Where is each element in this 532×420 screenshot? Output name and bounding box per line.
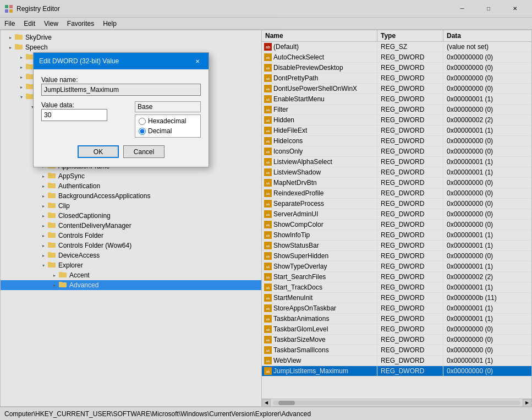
registry-row[interactable]: abJumpListItems_MaximumREG_DWORD0x000000…: [262, 366, 531, 377]
tree-item[interactable]: ▸ DeviceAccess: [1, 250, 261, 260]
tree-item[interactable]: ▸ Advanced: [1, 280, 261, 290]
tree-item[interactable]: ▸ SkyDrive: [1, 32, 261, 42]
registry-row[interactable]: abEnableStartMenuREG_DWORD0x00000001 (1): [262, 94, 531, 105]
registry-row[interactable]: abStoreAppsOnTaskbarREG_DWORD0x00000001 …: [262, 303, 531, 314]
tree-expand-icon[interactable]: ▸: [39, 182, 48, 190]
registry-row[interactable]: ab(Default)REG_SZ(value not set): [262, 42, 531, 52]
tree-item[interactable]: ▸ Accent: [1, 270, 261, 280]
tree-expand-icon[interactable]: ▸: [17, 53, 26, 62]
hexadecimal-radio[interactable]: [139, 118, 146, 125]
registry-row[interactable]: abServerAdminUIREG_DWORD0x00000000 (0): [262, 209, 531, 220]
svg-text:ab: ab: [266, 265, 270, 269]
tree-item[interactable]: ▸ ClosedCaptioning: [1, 211, 261, 221]
tree-item[interactable]: ▸ Speech: [1, 42, 261, 52]
registry-row[interactable]: abReindexedProfileREG_DWORD0x00000000 (0…: [262, 188, 531, 199]
reg-type-cell: REG_DWORD: [377, 356, 443, 366]
value-data-input[interactable]: [41, 109, 107, 121]
tree-expand-icon[interactable]: ▸: [39, 201, 48, 210]
tree-expand-icon[interactable]: ▸: [50, 281, 59, 290]
reg-data-cell: 0x00000000 (0): [443, 136, 531, 146]
tree-expand-icon[interactable]: ▸: [6, 43, 15, 52]
minimize-button[interactable]: ─: [449, 0, 475, 18]
registry-row[interactable]: abStart_SearchFilesREG_DWORD0x00000002 (…: [262, 272, 531, 282]
decimal-radio[interactable]: [139, 128, 146, 135]
menu-item-edit[interactable]: Edit: [19, 19, 40, 29]
reg-name-cell: abStart_TrackDocs: [262, 282, 377, 292]
registry-row[interactable]: abAutoCheckSelectREG_DWORD0x00000000 (0): [262, 52, 531, 63]
tree-expand-icon[interactable]: ▸: [17, 73, 26, 81]
scrollbar-thumb[interactable]: [278, 401, 295, 405]
close-button[interactable]: ✕: [502, 0, 528, 18]
registry-row[interactable]: abTaskbarSmallIconsREG_DWORD0x00000000 (…: [262, 345, 531, 356]
registry-row[interactable]: abDontPrettyPathREG_DWORD0x00000000 (0): [262, 73, 531, 84]
scrollbar-track[interactable]: [273, 401, 520, 405]
tree-item[interactable]: ▸ Controls Folder (Wow64): [1, 241, 261, 250]
tree-expand-icon[interactable]: ▸: [50, 271, 59, 280]
reg-data-cell: (value not set): [443, 42, 531, 52]
registry-list[interactable]: ab(Default)REG_SZ(value not set)abAutoCh…: [262, 42, 531, 399]
svg-text:ab: ab: [266, 307, 270, 310]
tree-expand-icon[interactable]: ▾: [17, 92, 26, 101]
registry-row[interactable]: abWebViewREG_DWORD0x00000001 (1): [262, 356, 531, 366]
registry-row[interactable]: abIconsOnlyREG_DWORD0x00000000 (0): [262, 146, 531, 157]
tree-expand-icon[interactable]: ▸: [39, 192, 48, 200]
reg-name-cell: abHideFileExt: [262, 126, 377, 135]
registry-row[interactable]: abMapNetDrvBtnREG_DWORD0x00000000 (0): [262, 178, 531, 188]
dialog-close-button[interactable]: ✕: [192, 56, 203, 66]
cancel-button[interactable]: Cancel: [123, 145, 164, 158]
dialog-title-bar[interactable]: Edit DWORD (32-bit) Value ✕: [34, 53, 209, 69]
registry-row[interactable]: abListviewAlphaSelectREG_DWORD0x00000001…: [262, 157, 531, 167]
registry-row[interactable]: abFilterREG_DWORD0x00000000 (0): [262, 105, 531, 115]
menu-item-file[interactable]: File: [0, 19, 19, 29]
tree-expand-icon[interactable]: ▸: [17, 63, 26, 72]
tree-expand-icon[interactable]: ▾: [39, 261, 48, 270]
tree-item[interactable]: ▸ ContentDeliveryManager: [1, 221, 261, 231]
registry-row[interactable]: abDisablePreviewDesktopREG_DWORD0x000000…: [262, 63, 531, 73]
ok-button[interactable]: OK: [78, 145, 119, 158]
tree-expand-icon[interactable]: ▸: [39, 211, 48, 220]
registry-row[interactable]: abShowCompColorREG_DWORD0x00000000 (0): [262, 220, 531, 230]
tree-expand-icon[interactable]: ▸: [39, 241, 48, 250]
tree-item[interactable]: ▾ Explorer: [1, 260, 261, 270]
scroll-right-btn[interactable]: ▶: [523, 399, 531, 407]
tree-item[interactable]: ▸ Authentication: [1, 181, 261, 191]
registry-row[interactable]: abTaskbarAnimationsREG_DWORD0x00000001 (…: [262, 314, 531, 324]
radio-decimal[interactable]: Decimal: [139, 127, 197, 135]
registry-row[interactable]: abShowStatusBarREG_DWORD0x00000001 (1): [262, 241, 531, 251]
tree-expand-icon[interactable]: ▸: [17, 83, 26, 91]
registry-row[interactable]: abShowTypeOverlayREG_DWORD0x00000001 (1): [262, 261, 531, 272]
registry-row[interactable]: abListviewShadowREG_DWORD0x00000001 (1): [262, 167, 531, 178]
tree-expand-icon[interactable]: ▸: [6, 33, 15, 42]
scroll-left-btn[interactable]: ◀: [262, 399, 271, 407]
registry-row[interactable]: abStartMenuInitREG_DWORD0x0000000b (11): [262, 293, 531, 303]
value-name-input[interactable]: [41, 84, 201, 96]
tree-expand-icon[interactable]: ▸: [39, 172, 48, 181]
reg-type-cell: REG_DWORD: [377, 230, 443, 240]
svg-rect-35: [48, 183, 51, 184]
registry-row[interactable]: abShowInfoTipREG_DWORD0x00000001 (1): [262, 230, 531, 241]
registry-row[interactable]: abSeparateProcessREG_DWORD0x00000000 (0): [262, 199, 531, 209]
registry-row[interactable]: abHideFileExtREG_DWORD0x00000001 (1): [262, 126, 531, 136]
radio-hexadecimal[interactable]: Hexadecimal: [139, 117, 197, 125]
menu-item-favorites[interactable]: Favorites: [63, 19, 98, 29]
tree-expand-icon[interactable]: ▸: [39, 221, 48, 230]
menu-item-help[interactable]: Help: [98, 19, 121, 29]
registry-row[interactable]: abTaskbarSizeMoveREG_DWORD0x00000000 (0): [262, 335, 531, 345]
tree-item[interactable]: ▸ Clip: [1, 201, 261, 211]
registry-row[interactable]: abHideIconsREG_DWORD0x00000000 (0): [262, 136, 531, 146]
registry-row[interactable]: abHiddenREG_DWORD0x00000002 (2): [262, 115, 531, 126]
registry-row[interactable]: abShowSuperHiddenREG_DWORD0x00000000 (0): [262, 251, 531, 261]
tree-item[interactable]: ▸ AppSync: [1, 171, 261, 181]
folder-icon: [48, 201, 57, 210]
tree-item[interactable]: ▸ BackgroundAccessApplications: [1, 191, 261, 201]
tree-expand-icon[interactable]: ▸: [39, 231, 48, 240]
registry-row[interactable]: abStart_TrackDocsREG_DWORD0x00000001 (1): [262, 282, 531, 293]
registry-row[interactable]: abDontUsePowerShellOnWinXREG_DWORD0x0000…: [262, 84, 531, 94]
menu-item-view[interactable]: View: [40, 19, 63, 29]
horizontal-scrollbar[interactable]: ◀ ▶: [262, 399, 531, 406]
registry-row[interactable]: abTaskbarGlomLevelREG_DWORD0x00000000 (0…: [262, 324, 531, 335]
maximize-button[interactable]: □: [476, 0, 501, 18]
tree-item[interactable]: ▸ Controls Folder: [1, 231, 261, 241]
tree-expand-icon[interactable]: ▸: [39, 251, 48, 260]
registry-panel: Name Type Data ab(Default)REG_SZ(value n…: [262, 30, 531, 406]
